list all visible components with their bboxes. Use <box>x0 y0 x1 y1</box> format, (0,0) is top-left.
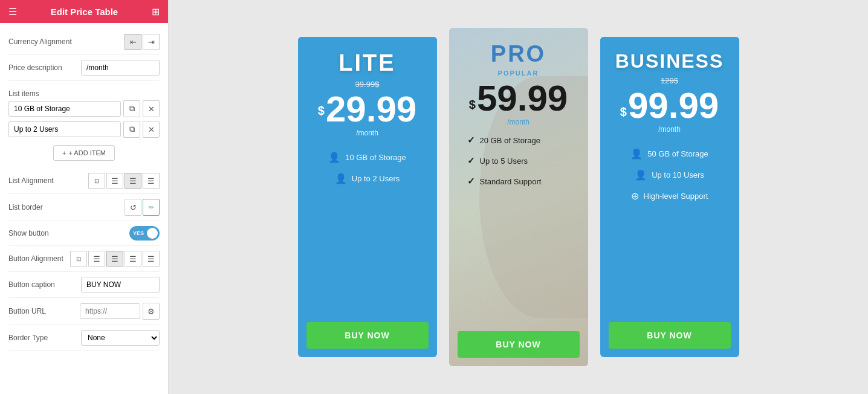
price-card-lite: LITE 39.99$ $ 29.99 /month 👤 10 GB of St… <box>298 37 437 357</box>
price-card-pro: PRO POPULAR $ 59.99 /month ✓ 20 GB of St… <box>449 28 588 366</box>
hamburger-icon[interactable]: ☰ <box>8 6 17 18</box>
border-type-row: Border Type None Solid Dashed Dotted <box>8 325 160 351</box>
list-align-device-btn[interactable]: ⊡ <box>88 173 105 189</box>
list-align-right-btn[interactable]: ☰ <box>143 173 160 189</box>
business-feature-2: 👤 Up to 10 Users <box>635 169 704 181</box>
currency-align-right-btn[interactable]: ⇥ <box>143 34 160 50</box>
list-border-label: List border <box>8 203 43 212</box>
button-alignment-label: Button Alignment <box>8 254 63 263</box>
button-align-center-btn[interactable]: ☰ <box>106 251 123 266</box>
list-border-group: ↺ ✏ <box>125 199 160 216</box>
list-item-delete-btn-2[interactable]: ✕ <box>143 121 160 138</box>
lite-buy-button[interactable]: BUY NOW <box>306 322 429 349</box>
business-price-row: $ 99.99 <box>620 85 719 124</box>
pro-period: /month <box>507 118 530 126</box>
price-description-row: Price description <box>8 55 160 81</box>
pro-buy-button[interactable]: BUY NOW <box>458 331 580 358</box>
business-dollar: $ <box>620 105 627 124</box>
price-card-business: BUSINESS 129$ $ 99.99 /month 👤 50 GB of … <box>600 37 739 357</box>
sidebar-body: Currency Alignment ⇤ ⇥ Price description… <box>0 23 168 357</box>
lite-title: LITE <box>338 50 395 76</box>
pro-title: PRO <box>491 28 546 67</box>
button-align-right-btn[interactable]: ☰ <box>125 251 141 266</box>
plus-icon: + <box>62 149 66 157</box>
lite-feature-1: 👤 10 GB of Storage <box>328 152 406 163</box>
list-border-row: List border ↺ ✏ <box>8 194 160 221</box>
business-old-price: 129$ <box>661 76 678 85</box>
check-icon: ✓ <box>467 155 475 166</box>
list-item-input-1[interactable] <box>8 101 121 117</box>
button-align-group: ⊡ ☰ ☰ ☰ ☰ <box>70 251 160 266</box>
url-input-group: ⚙ <box>80 303 160 320</box>
list-border-refresh-btn[interactable]: ↺ <box>125 199 141 216</box>
toggle-knob <box>147 228 158 239</box>
list-align-group: ⊡ ☰ ☰ ☰ <box>88 173 160 189</box>
button-url-input[interactable] <box>80 303 140 319</box>
lite-dollar: $ <box>318 104 325 123</box>
business-price: 99.99 <box>628 88 719 124</box>
list-item-copy-btn-2[interactable]: ⧉ <box>123 121 140 138</box>
grid-icon[interactable]: ⊞ <box>152 6 160 18</box>
business-header: BUSINESS 129$ $ 99.99 /month <box>600 37 739 140</box>
list-align-center-btn[interactable]: ☰ <box>125 173 141 189</box>
list-items-label: List items <box>8 85 160 100</box>
button-url-label: Button URL <box>8 307 46 315</box>
business-features: 👤 50 GB of Storage 👤 Up to 10 Users ⊕ Hi… <box>600 140 739 322</box>
lite-feature-1-text: 10 GB of Storage <box>345 153 406 162</box>
business-feature-3: ⊕ High-level Support <box>631 190 708 202</box>
button-align-justify-btn[interactable]: ☰ <box>143 251 160 266</box>
business-feature-1: 👤 50 GB of Storage <box>630 148 708 160</box>
pro-content: PRO POPULAR $ 59.99 /month ✓ 20 GB of St… <box>449 28 588 366</box>
show-button-label: Show button <box>8 229 49 237</box>
show-button-row: Show button YES <box>8 221 160 246</box>
page-title: Edit Price Table <box>51 7 118 17</box>
lite-price: 29.99 <box>326 91 416 128</box>
price-description-input[interactable] <box>81 60 160 76</box>
business-buy-button[interactable]: BUY NOW <box>609 322 731 349</box>
pro-feature-1: ✓ 20 GB of Storage <box>467 135 540 146</box>
button-url-row: Button URL ⚙ <box>8 298 160 325</box>
button-caption-input[interactable] <box>81 277 160 292</box>
pro-price: 59.99 <box>477 80 568 117</box>
person-icon: 👤 <box>335 173 347 184</box>
sidebar-header: ☰ Edit Price Table ⊞ <box>0 0 168 23</box>
list-alignment-row: List Alignment ⊡ ☰ ☰ ☰ <box>8 168 160 194</box>
add-item-button[interactable]: + + ADD ITEM <box>53 145 115 161</box>
list-items-section: List items ⧉ ✕ ⧉ ✕ + + ADD ITEM <box>8 81 160 168</box>
list-border-color-btn[interactable]: ✏ <box>143 199 160 216</box>
show-button-toggle[interactable]: YES <box>129 226 160 241</box>
button-align-device-btn[interactable]: ⊡ <box>70 251 87 266</box>
sidebar: ☰ Edit Price Table ⊞ Currency Alignment … <box>0 0 169 394</box>
border-type-select[interactable]: None Solid Dashed Dotted <box>81 330 160 346</box>
currency-align-group: ⇤ ⇥ <box>125 34 160 50</box>
lite-feature-2: 👤 Up to 2 Users <box>335 173 400 184</box>
person-icon: 👤 <box>635 169 647 181</box>
button-align-left-btn[interactable]: ☰ <box>88 251 105 266</box>
person-icon: 👤 <box>328 152 340 163</box>
list-alignment-label: List Alignment <box>8 176 54 185</box>
price-description-label: Price description <box>8 63 62 72</box>
list-item-copy-btn-1[interactable]: ⧉ <box>123 100 140 117</box>
list-item-delete-btn-1[interactable]: ✕ <box>143 100 160 117</box>
pro-features: ✓ 20 GB of Storage ✓ Up to 5 Users ✓ Sta… <box>449 126 588 331</box>
lite-features: 👤 10 GB of Storage 👤 Up to 2 Users <box>298 143 437 322</box>
business-title: BUSINESS <box>615 50 724 73</box>
border-type-label: Border Type <box>8 334 48 342</box>
list-item-input-2[interactable] <box>8 121 121 137</box>
lite-header: LITE 39.99$ $ 29.99 /month <box>298 37 437 143</box>
currency-alignment-label: Currency Alignment <box>8 37 72 46</box>
business-period: /month <box>658 125 681 134</box>
pro-dollar: $ <box>469 98 476 117</box>
list-align-left-btn[interactable]: ☰ <box>106 173 123 189</box>
currency-align-left-btn[interactable]: ⇤ <box>125 34 141 50</box>
pro-feature-3: ✓ Standard Support <box>467 176 542 187</box>
person-icon: 👤 <box>630 148 643 160</box>
pro-price-row: $ 59.99 <box>469 78 568 117</box>
pro-badge: POPULAR <box>498 69 539 77</box>
toggle-yes-label: YES <box>133 230 144 236</box>
url-settings-btn[interactable]: ⚙ <box>143 303 160 320</box>
button-alignment-row: Button Alignment ⊡ ☰ ☰ ☰ ☰ <box>8 246 160 272</box>
globe-icon: ⊕ <box>631 190 639 202</box>
button-caption-row: Button caption <box>8 272 160 298</box>
check-icon: ✓ <box>467 176 475 187</box>
